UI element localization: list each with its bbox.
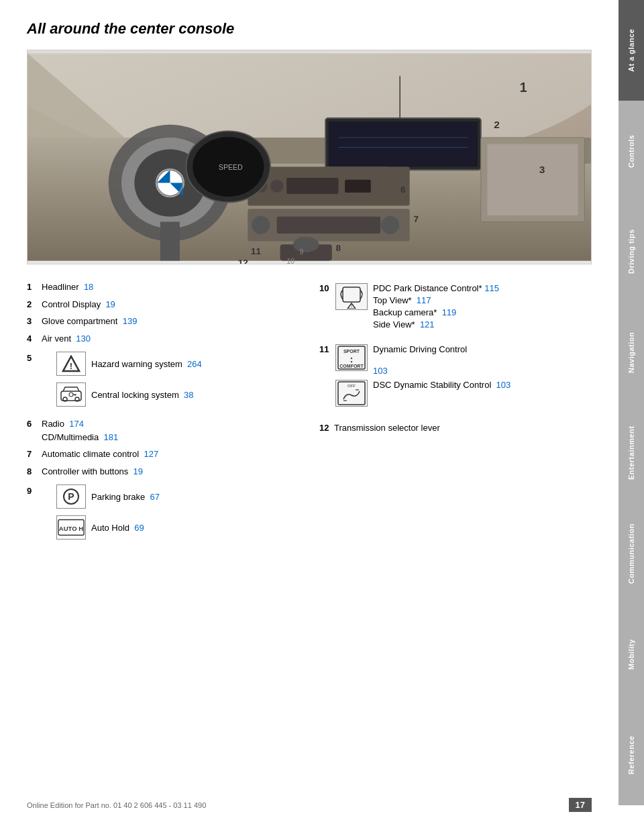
svg-point-29 — [270, 180, 283, 193]
svg-text:7: 7 — [413, 214, 419, 224]
item-3-number: 3 — [27, 315, 38, 328]
svg-text:3: 3 — [539, 164, 545, 175]
item-6-link[interactable]: 174 — [69, 419, 84, 429]
svg-text:OFF: OFF — [347, 384, 356, 388]
svg-point-35 — [381, 216, 399, 234]
right-column: 10 ! — [319, 280, 592, 541]
page-number: 17 — [569, 798, 592, 812]
item-4-label: Air vent 130 — [42, 332, 91, 346]
item-5-number: 5 — [27, 352, 38, 365]
list-item-5: 5 ! Hazard warning system 264 — [27, 352, 299, 408]
car-image: 1 2 3 4 5 6 — [27, 50, 592, 264]
sidebar-tab-controls[interactable]: Controls — [619, 101, 644, 201]
hazard-warning-icon: ! — [56, 352, 86, 376]
svg-rect-9 — [160, 222, 180, 261]
item-2-number: 2 — [27, 298, 38, 311]
page-title: All around the center console — [27, 20, 592, 38]
svg-rect-36 — [277, 217, 380, 234]
sidebar-tab-navigation[interactable]: Navigation — [619, 302, 644, 403]
item-3-link[interactable]: 139 — [123, 316, 138, 326]
list-item-12: 12 Transmission selector lever — [319, 421, 592, 435]
main-content: All around the center console — [0, 0, 619, 820]
sidebar-tab-communication[interactable]: Communication — [619, 503, 644, 604]
sidebar-tab-driving-tips[interactable]: Driving tips — [619, 201, 644, 302]
svg-text:!: ! — [70, 361, 72, 371]
svg-rect-19 — [488, 144, 578, 215]
item-4-number: 4 — [27, 332, 38, 346]
item-8-link[interactable]: 19 — [133, 466, 143, 476]
sidebar-tab-at-glance[interactable]: At a glance — [619, 0, 644, 101]
item-5b-link[interactable]: 38 — [184, 390, 193, 400]
svg-text:10: 10 — [286, 257, 294, 264]
svg-text:COMFORT: COMFORT — [339, 364, 364, 368]
sidebar: At a glance Controls Driving tips Naviga… — [619, 0, 644, 805]
auto-hold-icon: AUTO H — [56, 515, 86, 540]
item-10-pdc-link[interactable]: 115 — [484, 283, 499, 293]
list-item-1: 1 Headliner 18 — [27, 280, 299, 294]
left-column: 1 Headliner 18 2 Control Display 19 3 Gl… — [27, 280, 299, 541]
item-12-label: Transmission selector lever — [334, 421, 440, 435]
item-10-number: 10 — [319, 283, 330, 293]
svg-text:SPEED: SPEED — [219, 163, 243, 171]
sidebar-tab-reference[interactable]: Reference — [619, 705, 644, 805]
item-10-backup-link[interactable]: 119 — [442, 307, 457, 317]
svg-text:2: 2 — [494, 119, 500, 130]
item-10-texts: PDC Park Distance Control* 115 Top View*… — [373, 283, 499, 329]
item-7-link[interactable]: 127 — [144, 449, 158, 459]
item-1-number: 1 — [27, 280, 38, 294]
item-11-number: 11 — [319, 344, 330, 354]
list-item-8: 8 Controller with buttons 19 — [27, 465, 299, 478]
svg-rect-60 — [343, 287, 360, 302]
item-11-dsc-link[interactable]: 103 — [496, 380, 511, 390]
sidebar-tab-entertainment[interactable]: Entertainment — [619, 403, 644, 503]
item-11-dynamic-link[interactable]: 103 — [373, 366, 467, 376]
sport-comfort-icon: SPORT ▲ ▼ COMFORT — [335, 344, 368, 371]
item-5b-label: Central locking system 38 — [91, 389, 193, 402]
item-12-number: 12 — [319, 421, 330, 435]
item-9-number: 9 — [27, 484, 38, 498]
svg-text:11: 11 — [251, 246, 262, 256]
item-10-sideview-link[interactable]: 121 — [420, 319, 435, 329]
item-6-number: 6 — [27, 417, 38, 431]
item-2-link[interactable]: 19 — [105, 299, 115, 309]
svg-text:P: P — [68, 491, 74, 502]
item-7-number: 7 — [27, 448, 38, 461]
dsc-off-icon: OFF — [335, 380, 368, 407]
footer-text: Online Edition for Part no. 01 40 2 606 … — [27, 801, 206, 809]
content-list: 1 Headliner 18 2 Control Display 19 3 Gl… — [27, 280, 592, 541]
svg-rect-30 — [286, 178, 338, 194]
sidebar-tab-mobility[interactable]: Mobility — [619, 604, 644, 705]
item-7-label: Automatic climate control 127 — [42, 448, 158, 461]
item-8-number: 8 — [27, 465, 38, 478]
svg-point-34 — [252, 216, 270, 234]
item-11-dsc-texts: DSC Dynamic Stability Control 103 — [373, 380, 511, 390]
item-9b-link[interactable]: 69 — [134, 523, 144, 533]
list-item-3: 3 Glove compartment 139 — [27, 315, 299, 328]
item-2-label: Control Display 19 — [42, 298, 115, 311]
pdc-icon: ! — [335, 283, 368, 310]
svg-rect-31 — [345, 180, 371, 193]
svg-text:8: 8 — [336, 243, 341, 253]
svg-point-39 — [293, 237, 319, 252]
item-9a-link[interactable]: 67 — [150, 492, 159, 502]
item-9b-label: Auto Hold 69 — [91, 521, 144, 535]
svg-rect-12 — [329, 121, 478, 167]
svg-text:9: 9 — [300, 248, 304, 256]
svg-text:6: 6 — [400, 185, 406, 195]
svg-text:12: 12 — [238, 258, 248, 264]
svg-point-53 — [69, 393, 73, 397]
page-footer: Online Edition for Part no. 01 40 2 606 … — [0, 798, 619, 812]
item-5a-link[interactable]: 264 — [187, 359, 202, 369]
item-6b-link[interactable]: 181 — [103, 432, 118, 442]
parking-brake-icon: P — [56, 484, 86, 509]
item-11-dynamic-texts: Dynamic Driving Control 103 — [373, 344, 467, 376]
item-10-topview-link[interactable]: 117 — [417, 295, 431, 305]
svg-text:AUTO H: AUTO H — [59, 525, 83, 532]
item-1-link[interactable]: 18 — [84, 282, 93, 292]
item-1-label: Headliner 18 — [42, 280, 93, 294]
list-item-9: 9 P Parking brake 67 — [27, 484, 299, 541]
item-8-label: Controller with buttons 19 — [42, 465, 143, 478]
list-item-4: 4 Air vent 130 — [27, 332, 299, 346]
item-4-link[interactable]: 130 — [76, 334, 91, 344]
item-3-label: Glove compartment 139 — [42, 315, 137, 328]
